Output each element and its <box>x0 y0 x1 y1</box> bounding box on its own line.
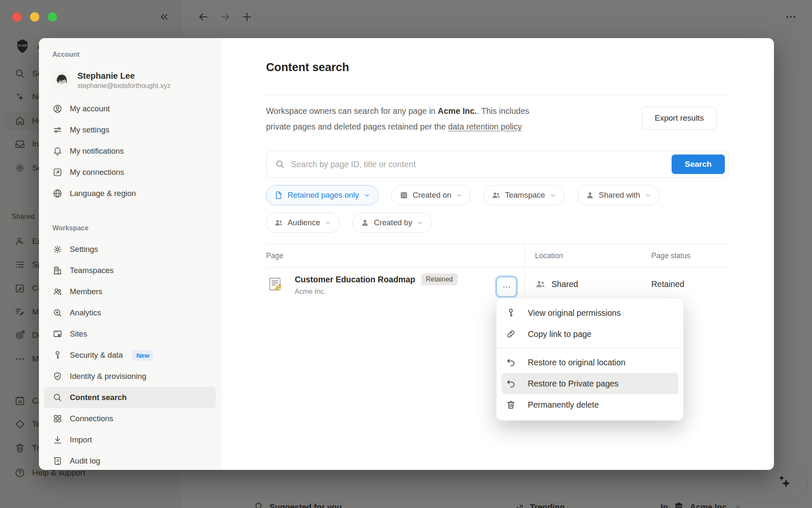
filter-chip-created-on[interactable]: Created on <box>391 185 471 205</box>
settings-nav-label: My settings <box>70 125 110 135</box>
settings-nav-my-notifications[interactable]: My notifications <box>44 141 216 162</box>
chevron-down-icon <box>324 219 332 226</box>
ellipsis-icon <box>502 282 511 292</box>
filter-chips: Retained pages onlyCreated onTeamspaceSh… <box>266 185 735 233</box>
settings-nav-sites[interactable]: Sites <box>44 323 216 345</box>
settings-nav-label: Teamspaces <box>70 266 114 275</box>
people-fill-icon <box>491 190 501 200</box>
chevron-down-icon <box>645 192 652 199</box>
export-results-button[interactable]: Export results <box>642 107 717 130</box>
avatar <box>52 71 71 89</box>
settings-nav-analytics[interactable]: Analytics <box>44 302 216 323</box>
settings-nav-my-connections[interactable]: My connections <box>44 162 216 183</box>
settings-nav-my-account[interactable]: My account <box>44 98 216 119</box>
row-actions-button[interactable] <box>497 277 516 297</box>
minimize-window-button[interactable] <box>30 12 39 22</box>
settings-nav-label: Import <box>70 435 92 444</box>
menu-item-label: Restore to Private pages <box>528 379 619 389</box>
filter-chip-teamspace[interactable]: Teamspace <box>483 185 565 205</box>
settings-nav-import[interactable]: Import <box>44 429 216 450</box>
sites-icon <box>52 329 63 339</box>
menu-item-view-original-permissions[interactable]: View original permissions <box>502 302 678 323</box>
person-circle-icon <box>52 104 63 114</box>
trash-icon <box>506 400 516 410</box>
undo-icon <box>506 357 516 367</box>
menu-item-restore-to-private-pages[interactable]: Restore to Private pages <box>502 373 678 394</box>
settings-nav-connections[interactable]: Connections <box>44 408 216 429</box>
column-header-page: Page <box>266 244 283 268</box>
settings-nav-teamspaces[interactable]: Teamspaces <box>44 260 216 281</box>
description-text: Workspace owners can search for any page… <box>266 106 438 116</box>
menu-item-permanently-delete[interactable]: Permanently delete <box>502 394 678 415</box>
search-icon <box>52 392 63 403</box>
settings-nav-label: Settings <box>70 245 98 254</box>
settings-nav-content-search[interactable]: Content search <box>44 387 216 408</box>
settings-nav-label: My notifications <box>70 146 124 156</box>
filter-chip-audience[interactable]: Audience <box>266 213 340 233</box>
settings-nav-language-region[interactable]: Language & region <box>44 183 216 204</box>
data-retention-policy-link[interactable]: data retention policy <box>448 122 522 131</box>
filter-chip-label: Retained pages only <box>288 190 359 200</box>
retained-badge: Retained <box>421 273 458 285</box>
zoom-window-button[interactable] <box>48 12 57 22</box>
chevron-down-icon <box>363 192 370 199</box>
menu-item-label: View original permissions <box>528 308 621 318</box>
key-icon <box>52 350 63 360</box>
analytics-icon <box>52 308 63 318</box>
search-input[interactable] <box>285 160 672 169</box>
search-icon <box>275 159 285 169</box>
filter-chip-created-by[interactable]: Created by <box>352 213 432 233</box>
filter-chip-label: Teamspace <box>505 190 545 200</box>
settings-nav-my-settings[interactable]: My settings <box>44 119 216 141</box>
people-icon <box>52 287 63 297</box>
user-name: Stephanie Lee <box>77 71 170 81</box>
new-badge: New <box>132 350 153 361</box>
content-search-page: Content search Workspace owners can sear… <box>221 38 774 470</box>
settings-nav-label: Security & data <box>70 351 123 360</box>
settings-nav-panel: Account Stephanie Lee stephanie@toolsfor… <box>39 38 221 470</box>
column-header-location: Location <box>535 244 563 268</box>
person-fill-icon <box>360 218 370 227</box>
settings-modal: Account Stephanie Lee stephanie@toolsfor… <box>39 38 774 470</box>
row-context-menu: View original permissionsCopy link to pa… <box>496 298 684 421</box>
shared-people-icon <box>535 279 546 290</box>
gear-icon <box>52 244 63 254</box>
workspace-section-label: Workspace <box>39 223 221 234</box>
settings-nav-label: Identity & provisioning <box>70 372 146 381</box>
settings-nav-audit-log[interactable]: Audit log <box>44 450 216 470</box>
account-section-label: Account <box>39 49 221 60</box>
user-email: stephanie@toolsforthought.xyz <box>77 82 170 90</box>
filter-chip-shared-with[interactable]: Shared with <box>577 185 660 205</box>
key-icon <box>506 308 516 318</box>
content-search-bar: Search <box>266 151 729 178</box>
settings-nav-members[interactable]: Members <box>44 281 216 302</box>
settings-nav-identity-provisioning[interactable]: Identity & provisioning <box>44 366 216 387</box>
close-window-button[interactable] <box>12 12 22 22</box>
location-cell: Shared <box>551 279 578 289</box>
settings-nav-label: Sites <box>70 329 87 339</box>
filter-chip-label: Shared with <box>599 190 640 200</box>
calendar-fill-icon <box>399 190 409 200</box>
settings-nav-label: Content search <box>70 393 127 402</box>
settings-nav-label: My connections <box>70 168 124 177</box>
table-header: Page Location Page status <box>266 243 729 268</box>
account-user-row[interactable]: Stephanie Lee stephanie@toolsforthought.… <box>47 67 212 93</box>
page-status-cell: Retained <box>651 268 684 301</box>
settings-nav-settings[interactable]: Settings <box>44 239 216 260</box>
settings-nav-security-data[interactable]: Security & dataNew <box>44 345 216 366</box>
filter-chip-label: Created by <box>374 218 412 227</box>
settings-nav-label: Members <box>70 287 102 296</box>
chevron-down-icon <box>455 192 463 199</box>
column-header-page-status: Page status <box>651 244 690 268</box>
menu-item-restore-to-original-location[interactable]: Restore to original location <box>502 352 678 373</box>
settings-nav-label: Audit log <box>70 456 100 466</box>
menu-item-copy-link-to-page[interactable]: Copy link to page <box>502 323 678 345</box>
table-row[interactable]: Customer Education Roadmap Retained Acme… <box>266 268 729 301</box>
page-title-cell[interactable]: Customer Education Roadmap <box>295 275 415 284</box>
search-button[interactable]: Search <box>672 155 725 174</box>
people-fill-icon <box>274 218 283 227</box>
grid-icon <box>52 414 63 424</box>
settings-nav-label: Connections <box>70 414 113 423</box>
menu-item-label: Permanently delete <box>528 400 599 410</box>
filter-chip-retained-pages-only[interactable]: Retained pages only <box>266 185 379 205</box>
